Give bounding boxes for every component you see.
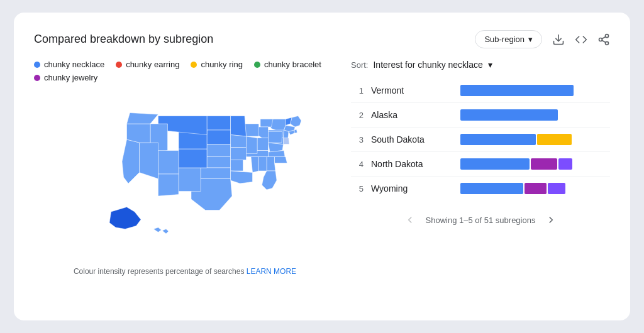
map-caption: Colour intensity represents percentage o… xyxy=(74,267,244,276)
row-rank: 1 xyxy=(351,86,364,96)
row-name: Vermont xyxy=(371,85,453,96)
sort-bar: Sort: Interest for chunky necklace ▾ xyxy=(351,60,610,70)
bar-container xyxy=(460,85,610,96)
legend-dot xyxy=(254,62,260,68)
legend-label: chunky earring xyxy=(126,60,179,69)
download-icon xyxy=(552,33,565,46)
legend: chunky necklace chunky earring chunky ri… xyxy=(34,60,336,82)
download-button[interactable] xyxy=(552,33,565,46)
chevron-right-icon xyxy=(545,214,557,226)
code-icon xyxy=(575,33,587,46)
svg-line-4 xyxy=(602,40,606,42)
bar-segment xyxy=(537,134,572,145)
row-name: North Dakota xyxy=(371,159,453,169)
bar-segment xyxy=(531,158,557,170)
legend-label: chunky bracelet xyxy=(264,60,321,69)
bar-segment xyxy=(460,109,558,121)
pagination: Showing 1–5 of 51 subregions xyxy=(351,212,610,228)
main-card: Compared breakdown by subregion Sub-regi… xyxy=(14,13,630,320)
map-container xyxy=(34,92,336,262)
chevron-down-icon: ▾ xyxy=(528,35,533,44)
next-page-button[interactable] xyxy=(543,212,559,228)
table-rows: 1 Vermont 2 Alaska 3 South Dakota 4 Nort… xyxy=(351,79,610,200)
legend-dot xyxy=(34,62,40,68)
left-panel: chunky necklace chunky earring chunky ri… xyxy=(34,60,336,276)
card-header: Compared breakdown by subregion Sub-regi… xyxy=(34,30,610,48)
legend-label: chunky jewelry xyxy=(44,73,97,82)
main-content: chunky necklace chunky earring chunky ri… xyxy=(34,60,610,276)
table-row: 3 South Dakota xyxy=(351,128,610,152)
share-icon xyxy=(597,33,610,46)
table-row: 4 North Dakota xyxy=(351,152,610,177)
legend-dot xyxy=(116,62,122,68)
bar-segment xyxy=(525,183,547,194)
legend-item: chunky necklace xyxy=(34,60,104,69)
bar-segment xyxy=(460,85,574,96)
bar-container xyxy=(460,109,610,121)
card-title: Compared breakdown by subregion xyxy=(34,33,213,46)
bar-container xyxy=(460,158,610,170)
svg-line-5 xyxy=(602,36,606,38)
map-footer: Colour intensity represents percentage o… xyxy=(34,267,336,276)
row-name: South Dakota xyxy=(371,134,453,145)
row-rank: 3 xyxy=(351,135,364,145)
subregion-label: Sub-region xyxy=(484,35,525,44)
row-name: Alaska xyxy=(371,110,453,120)
right-panel: Sort: Interest for chunky necklace ▾ 1 V… xyxy=(336,60,610,276)
bar-segment xyxy=(460,134,536,145)
code-button[interactable] xyxy=(575,33,587,46)
prev-page-button[interactable] xyxy=(402,212,418,228)
chevron-left-icon xyxy=(404,214,416,226)
usa-map xyxy=(65,99,317,256)
bar-segment xyxy=(460,183,523,194)
legend-item: chunky ring xyxy=(191,60,242,69)
legend-label: chunky necklace xyxy=(44,60,104,69)
bar-segment xyxy=(548,183,565,194)
legend-dot xyxy=(191,62,197,68)
table-row: 5 Wyoming xyxy=(351,177,610,200)
row-name: Wyoming xyxy=(371,183,453,194)
sort-chevron-icon: ▾ xyxy=(488,60,492,70)
header-controls: Sub-region ▾ xyxy=(475,30,610,48)
bar-container xyxy=(460,183,610,194)
row-rank: 5 xyxy=(351,184,364,194)
legend-item: chunky earring xyxy=(116,60,179,69)
row-rank: 4 xyxy=(351,160,364,169)
sort-label: Sort: xyxy=(351,60,368,70)
table-row: 2 Alaska xyxy=(351,103,610,128)
legend-item: chunky jewelry xyxy=(34,73,97,82)
sort-dropdown[interactable]: Interest for chunky necklace ▾ xyxy=(373,60,492,70)
bar-segment xyxy=(460,158,530,170)
legend-dot xyxy=(34,75,40,81)
table-row: 1 Vermont xyxy=(351,79,610,103)
share-button[interactable] xyxy=(597,33,610,46)
learn-more-link[interactable]: LEARN MORE xyxy=(247,267,296,276)
pagination-text: Showing 1–5 of 51 subregions xyxy=(426,216,536,225)
subregion-button[interactable]: Sub-region ▾ xyxy=(475,30,542,48)
bar-segment xyxy=(558,158,572,170)
sort-value: Interest for chunky necklace xyxy=(373,60,482,70)
legend-label: chunky ring xyxy=(201,60,242,69)
bar-container xyxy=(460,134,610,145)
row-rank: 2 xyxy=(351,111,364,120)
legend-item: chunky bracelet xyxy=(254,60,321,69)
